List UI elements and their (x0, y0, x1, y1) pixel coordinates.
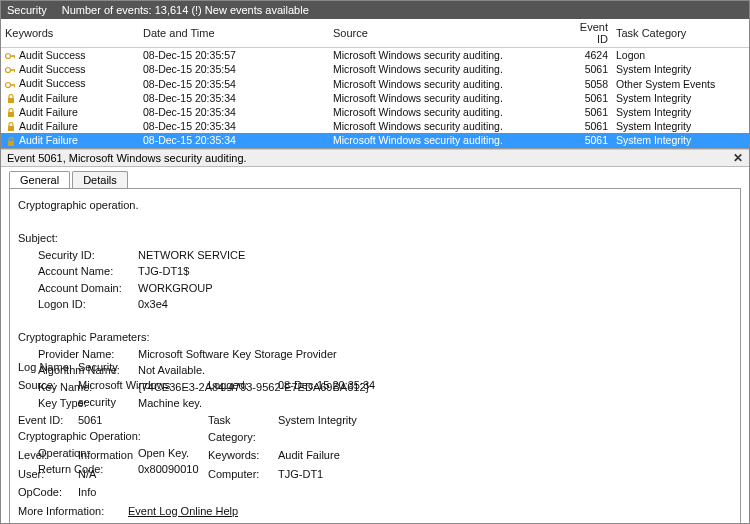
level-value: Information (78, 447, 208, 464)
opcode-label: OpCode: (18, 484, 78, 501)
crypto-params-heading: Cryptographic Parameters: (18, 329, 732, 346)
svg-rect-8 (14, 84, 15, 87)
svg-rect-10 (8, 112, 14, 117)
row-category: System Integrity (612, 62, 749, 76)
row-datetime: 08-Dec-15 20:35:34 (139, 91, 329, 105)
row-datetime: 08-Dec-15 20:35:34 (139, 119, 329, 133)
table-row[interactable]: Audit Failure08-Dec-15 20:35:34Microsoft… (1, 119, 749, 133)
event-id-value: 5061 (78, 412, 208, 445)
event-list[interactable]: Keywords Date and Time Source Event ID T… (1, 19, 749, 149)
table-row[interactable]: Audit Success08-Dec-15 20:35:57Microsoft… (1, 48, 749, 63)
title-bar: Security Number of events: 13,614 (!) Ne… (1, 1, 749, 19)
security-id-label: Security ID: (38, 247, 138, 264)
row-source: Microsoft Windows security auditing. (329, 48, 574, 63)
key-icon (5, 51, 17, 61)
row-eventid: 5061 (574, 62, 612, 76)
detail-panel: Cryptographic operation. Subject: Securi… (9, 188, 741, 524)
event-id-label: Event ID: (18, 412, 78, 445)
account-name-label: Account Name: (38, 263, 138, 280)
desc-title: Cryptographic operation. (18, 197, 732, 214)
row-eventid: 5061 (574, 105, 612, 119)
row-datetime: 08-Dec-15 20:35:34 (139, 105, 329, 119)
table-row[interactable]: Audit Success08-Dec-15 20:35:54Microsoft… (1, 62, 749, 76)
svg-rect-5 (14, 70, 15, 73)
row-datetime: 08-Dec-15 20:35:54 (139, 62, 329, 76)
row-source: Microsoft Windows security auditing. (329, 62, 574, 76)
close-icon[interactable]: ✕ (733, 151, 743, 165)
svg-rect-9 (8, 98, 14, 103)
row-datetime: 08-Dec-15 20:35:57 (139, 48, 329, 63)
svg-rect-11 (8, 126, 14, 131)
row-source: Microsoft Windows security auditing. (329, 76, 574, 90)
keywords-fld-value: Audit Failure (278, 447, 398, 464)
subject-heading: Subject: (18, 230, 732, 247)
computer-value: TJG-DT1 (278, 466, 398, 483)
row-source: Microsoft Windows security auditing. (329, 119, 574, 133)
lock-icon (5, 94, 17, 104)
detail-header: Event 5061, Microsoft Windows security a… (1, 149, 749, 167)
event-properties: Log Name:Security Source:Microsoft Windo… (18, 359, 732, 520)
key-icon (5, 65, 17, 75)
col-source[interactable]: Source (329, 19, 574, 48)
logged-value: 08-Dec-15 20:35:34 (278, 377, 398, 410)
table-row[interactable]: Audit Success08-Dec-15 20:35:54Microsoft… (1, 76, 749, 90)
col-category[interactable]: Task Category (612, 19, 749, 48)
tab-details[interactable]: Details (72, 171, 128, 188)
row-eventid: 5061 (574, 91, 612, 105)
col-eventid[interactable]: Event ID (574, 19, 612, 48)
svg-rect-2 (14, 56, 15, 59)
account-domain-label: Account Domain: (38, 280, 138, 297)
row-keywords: Audit Success (19, 63, 86, 75)
row-source: Microsoft Windows security auditing. (329, 91, 574, 105)
logon-id-label: Logon ID: (38, 296, 138, 313)
security-id: NETWORK SERVICE (138, 247, 245, 264)
row-source: Microsoft Windows security auditing. (329, 105, 574, 119)
svg-rect-12 (8, 141, 14, 146)
col-keywords[interactable]: Keywords (1, 19, 139, 48)
logon-id: 0x3e4 (138, 296, 168, 313)
svg-point-3 (6, 68, 11, 73)
row-eventid: 4624 (574, 48, 612, 63)
account-domain: WORKGROUP (138, 280, 213, 297)
lock-icon (5, 137, 17, 147)
opcode-value: Info (78, 484, 208, 501)
table-row[interactable]: Audit Failure08-Dec-15 20:35:34Microsoft… (1, 133, 749, 147)
svg-point-0 (6, 54, 11, 59)
row-keywords: Audit Failure (19, 106, 78, 118)
row-keywords: Audit Failure (19, 120, 78, 132)
source-value: Microsoft Windows security (78, 377, 208, 410)
row-eventid: 5058 (574, 76, 612, 90)
task-category-value: System Integrity (278, 412, 398, 445)
row-eventid: 5061 (574, 133, 612, 147)
row-keywords: Audit Failure (19, 92, 78, 104)
event-table: Keywords Date and Time Source Event ID T… (1, 19, 749, 149)
column-headers[interactable]: Keywords Date and Time Source Event ID T… (1, 19, 749, 48)
lock-icon (5, 122, 17, 132)
row-keywords: Audit Success (19, 77, 86, 89)
row-category: System Integrity (612, 105, 749, 119)
user-value: N/A (78, 466, 208, 483)
more-info-link[interactable]: Event Log Online Help (128, 503, 398, 520)
log-title: Security (7, 4, 47, 16)
row-category: System Integrity (612, 91, 749, 105)
row-keywords: Audit Failure (19, 134, 78, 146)
table-row[interactable]: Audit Failure08-Dec-15 20:35:34Microsoft… (1, 91, 749, 105)
computer-label: Computer: (208, 466, 278, 483)
row-datetime: 08-Dec-15 20:35:34 (139, 133, 329, 147)
tab-general[interactable]: General (9, 171, 70, 188)
account-name: TJG-DT1$ (138, 263, 189, 280)
row-source: Microsoft Windows security auditing. (329, 133, 574, 147)
table-row[interactable]: Audit Failure08-Dec-15 20:35:34Microsoft… (1, 105, 749, 119)
col-datetime[interactable]: Date and Time (139, 19, 329, 48)
row-category: Logon (612, 48, 749, 63)
event-count: Number of events: 13,614 (!) New events … (62, 4, 309, 16)
key-icon (5, 80, 17, 90)
svg-point-6 (6, 82, 11, 87)
row-eventid: 5061 (574, 119, 612, 133)
tab-strip: General Details (1, 167, 749, 188)
user-label: User: (18, 466, 78, 483)
row-category: Other System Events (612, 76, 749, 90)
lock-icon (5, 108, 17, 118)
level-label: Level: (18, 447, 78, 464)
keywords-fld-label: Keywords: (208, 447, 278, 464)
